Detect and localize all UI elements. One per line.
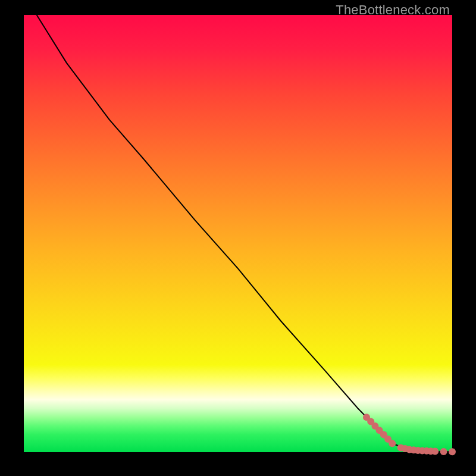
chart-curve — [37, 15, 452, 452]
chart-scatter-group — [363, 414, 456, 455]
scatter-dot — [431, 448, 439, 455]
chart-overlay — [24, 15, 452, 452]
scatter-dot — [440, 448, 447, 455]
scatter-dot — [449, 448, 456, 455]
scatter-dot — [389, 440, 396, 447]
chart-stage: TheBottleneck.com — [0, 0, 476, 476]
